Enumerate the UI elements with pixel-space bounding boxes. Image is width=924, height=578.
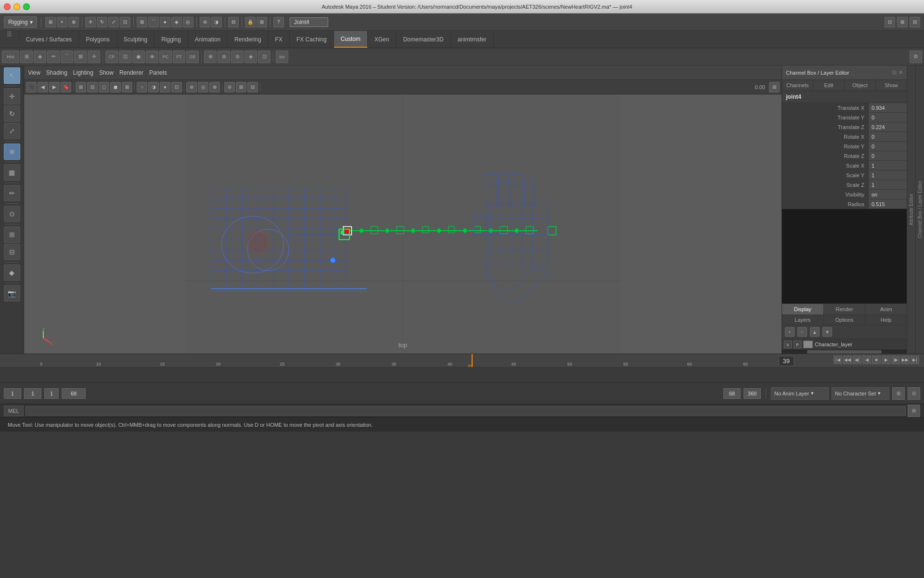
vt-wireframe-icon[interactable]: ◻ <box>99 82 109 92</box>
cb-horizontal-scrollbar[interactable] <box>782 350 907 354</box>
vt-light2-icon[interactable]: ◑ <box>148 82 159 92</box>
layer-up-icon[interactable]: ▲ <box>810 327 820 337</box>
vt-render-icon[interactable]: ⊞ <box>769 82 780 92</box>
current-frame-display[interactable]: 39 <box>779 356 794 366</box>
tb2-deform-icon[interactable]: ⊕ <box>204 51 217 63</box>
cb-tab-edit[interactable]: Edit <box>813 80 845 91</box>
snap-curve-icon[interactable]: ⌒ <box>148 17 159 27</box>
tab-rendering[interactable]: Rendering <box>228 31 268 48</box>
playback-start-input[interactable] <box>24 388 41 399</box>
cb-tab-show[interactable]: Show <box>876 80 907 91</box>
rotate-lt-icon[interactable]: ↻ <box>4 105 20 122</box>
channel-box-side-tab[interactable]: Channel Box / Layer Editor <box>915 66 924 354</box>
attribute-editor-tab[interactable]: Attribute Editor <box>907 66 915 354</box>
vt-playblast-icon[interactable]: ⊟ <box>247 82 258 92</box>
cb-layers-tab-help[interactable]: Help <box>865 315 907 325</box>
snap-live-icon[interactable]: ◎ <box>183 17 193 27</box>
tb2-select-icon[interactable]: ◈ <box>34 51 46 63</box>
transform-icon[interactable]: ✛ <box>4 88 20 105</box>
camera-lt-icon[interactable]: 📷 <box>4 285 20 302</box>
vt-snap-icon[interactable]: ⊞ <box>76 82 86 92</box>
grid-view-icon[interactable]: ⊞ <box>897 17 908 27</box>
tb2-settings-icon[interactable]: ⚙ <box>910 51 922 63</box>
stop-button[interactable]: ■ <box>872 355 881 364</box>
viewport-show-menu[interactable]: Show <box>99 69 114 76</box>
layer-playback-toggle[interactable]: P <box>794 341 801 348</box>
go-start-button[interactable]: |◀ <box>834 355 842 364</box>
prev-frame-button[interactable]: ◀| <box>853 355 861 364</box>
tb2-eye-icon[interactable]: 👁 <box>146 51 158 63</box>
paint-tool-icon[interactable]: ✏ <box>4 185 20 201</box>
tab-polygons[interactable]: Polygons <box>79 31 116 48</box>
tab-animtrnsfer[interactable]: animtrnsfer <box>451 31 494 48</box>
vt-hud-icon[interactable]: ⊜ <box>224 82 235 92</box>
tab-sculpting[interactable]: Sculpting <box>117 31 154 48</box>
hist-button[interactable]: Hist <box>2 51 19 63</box>
tab-animation[interactable]: Animation <box>188 31 228 48</box>
select-arrow-icon[interactable]: ↖ <box>4 67 20 84</box>
cb-display-tab-anim[interactable]: Anim <box>865 304 907 315</box>
cb-display-tab-display[interactable]: Display <box>782 304 824 315</box>
channel-box-side-label[interactable]: Channel Box / Layer Editor <box>917 181 923 238</box>
sculpt-icon[interactable]: ⊙ <box>4 206 20 222</box>
tb2-mesh-icon[interactable]: ⊠ <box>74 51 87 63</box>
tab-domemaster[interactable]: Domemaster3D <box>397 31 451 48</box>
tb2-paint-icon[interactable]: ⊛ <box>218 51 230 63</box>
tb2-ge-button[interactable]: GE <box>186 51 199 63</box>
timeline-ruler[interactable]: 5 10 15 20 25 30 35 40 45 50 55 60 65 39… <box>0 354 924 368</box>
tb2-grid-icon[interactable]: ⊞ <box>20 51 33 63</box>
move-tool-icon[interactable]: ✛ <box>85 17 96 27</box>
tb2-skin-icon[interactable]: ◈ <box>244 51 257 63</box>
window-controls[interactable] <box>4 3 30 10</box>
new-layer-icon[interactable]: + <box>785 327 795 337</box>
tb2-curve-icon[interactable]: ⌒ <box>61 51 73 63</box>
maximize-button[interactable] <box>23 3 30 10</box>
tab-custom[interactable]: Custom <box>334 31 368 48</box>
tb2-rig-icon[interactable]: ⊜ <box>231 51 244 63</box>
tb2-brush-icon[interactable]: ✏ <box>47 51 60 63</box>
vt-ao-icon[interactable]: ◎ <box>198 82 208 92</box>
viewport-canvas[interactable]: X Y top <box>24 94 782 354</box>
tb2-bone-icon[interactable]: ✛ <box>88 51 100 63</box>
iso-button[interactable]: iso <box>276 51 288 63</box>
measure2-icon[interactable]: ⊟ <box>4 244 20 260</box>
char-set-icon1[interactable]: ⊞ <box>892 387 905 400</box>
history-icon[interactable]: ⊜ <box>200 17 210 27</box>
show-hide-icon[interactable]: ⊟ <box>228 17 239 27</box>
paint-select-icon[interactable]: ⊕ <box>68 17 79 27</box>
layer-visibility-toggle[interactable]: V <box>784 341 792 348</box>
char-set-selector[interactable]: No Character Set ▾ <box>832 387 889 400</box>
close-button[interactable] <box>4 3 11 10</box>
cb-layers-tab-layers[interactable]: Layers <box>782 315 824 325</box>
command-options-icon[interactable]: ⊞ <box>908 405 920 417</box>
layer-color-swatch[interactable] <box>803 341 813 348</box>
command-line-input[interactable] <box>26 406 906 416</box>
measure-icon[interactable]: ⊞ <box>4 226 20 243</box>
tab-fx-caching[interactable]: FX Caching <box>290 31 334 48</box>
tab-rigging[interactable]: Rigging <box>154 31 188 48</box>
lock-icon[interactable]: 🔒 <box>245 17 256 27</box>
cb-tab-channels[interactable]: Channels <box>782 80 813 91</box>
soft-select-icon[interactable]: ⊕ <box>4 144 20 160</box>
tb2-light-icon[interactable]: ◉ <box>132 51 145 63</box>
viewport-view-menu[interactable]: View <box>28 69 40 76</box>
vt-bookmark-icon[interactable]: 🔖 <box>61 82 71 92</box>
current-frame-input[interactable] <box>62 388 86 399</box>
delete-layer-icon[interactable]: − <box>797 327 807 337</box>
anim-lt-icon[interactable]: ◆ <box>4 264 20 281</box>
vt-light1-icon[interactable]: ○ <box>137 82 147 92</box>
group-icon[interactable]: ⊞ <box>257 17 267 27</box>
range-end-input[interactable] <box>723 388 741 399</box>
vt-guide-icon[interactable]: ⊞ <box>236 82 246 92</box>
vt-textured-icon[interactable]: ⊠ <box>122 82 132 92</box>
tb2-camera-icon[interactable]: ⊡ <box>119 51 131 63</box>
scale-lt-icon[interactable]: ⤢ <box>4 123 20 139</box>
tab-xgen[interactable]: XGen <box>368 31 397 48</box>
lasso-tool-icon[interactable]: ⌖ <box>57 17 67 27</box>
char-set-icon2[interactable]: ⊟ <box>908 387 920 400</box>
tb2-ft-button[interactable]: FT <box>173 51 185 63</box>
cb-close-icon[interactable]: ✕ <box>898 69 903 76</box>
play-forward-button[interactable]: ▶ <box>882 355 890 364</box>
select-tool-icon[interactable]: ⊞ <box>45 17 56 27</box>
tab-curves-surfaces[interactable]: Curves / Surfaces <box>19 31 79 48</box>
